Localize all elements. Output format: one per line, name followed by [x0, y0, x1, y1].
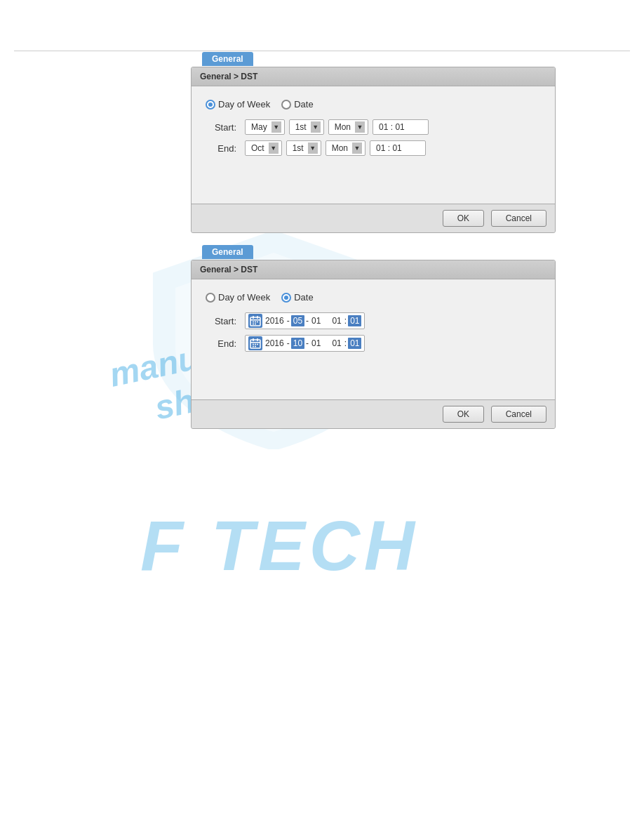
- svg-point-17: [255, 346, 256, 348]
- dialog-1-end-label: End:: [206, 143, 241, 154]
- dialog-1-end-weekday-value: Mon: [329, 143, 351, 153]
- dialog-2-radio-date-label: Date: [294, 292, 313, 303]
- dialog-1-end-month-value: Oct: [248, 143, 267, 153]
- dialog-2-cancel-button[interactable]: Cancel: [491, 406, 546, 423]
- dialog-2-end-label: End:: [206, 338, 241, 349]
- dialog-2-start-year: 2016: [264, 316, 286, 326]
- dialog-1-start-day-arrow[interactable]: ▼: [311, 121, 321, 133]
- dialog-2-end-calendar-icon[interactable]: [248, 336, 262, 350]
- dialog-2-start-row: Start: 2016: [206, 312, 541, 329]
- dialog-1-radio-row: Day of Week Date: [206, 99, 541, 110]
- svg-rect-2: [257, 316, 258, 319]
- svg-point-5: [255, 322, 256, 323]
- dialog-1-start-day-value: 1st: [293, 122, 309, 132]
- watermark-tech: F TECH: [140, 505, 419, 586]
- dialog-2-end-year: 2016: [264, 338, 286, 348]
- dialog-2-end-sep2: -: [306, 338, 309, 348]
- dialog-2: General General > DST Day of Week Date S…: [191, 260, 556, 429]
- dialog-2-radio-row: Day of Week Date: [206, 292, 541, 303]
- dialog-2-footer: OK Cancel: [192, 399, 555, 428]
- dialog-2-start-hour: 01: [330, 316, 342, 326]
- dialog-1-ok-button[interactable]: OK: [443, 210, 484, 227]
- dialog-1-end-time-field[interactable]: 01 : 01: [370, 140, 426, 156]
- dialog-1-cancel-button[interactable]: Cancel: [491, 210, 546, 227]
- svg-rect-1: [253, 316, 254, 319]
- svg-rect-3: [250, 319, 260, 321]
- svg-rect-12: [250, 342, 260, 343]
- dialog-1-end-row: End: Oct ▼ 1st ▼ Mon ▼ 01 : 01: [206, 140, 541, 156]
- dialog-1-tab[interactable]: General: [202, 52, 253, 66]
- dialog-2-end-date-group[interactable]: 2016 - 10 - 01 01 : 01: [245, 335, 365, 352]
- dialog-2-end-minute: 01: [348, 338, 361, 349]
- dialog-1-title-bar: General > DST: [192, 67, 555, 86]
- dialog-1-start-time-value: 01 : 01: [379, 122, 405, 132]
- dialog-1-end-day-value: 1st: [290, 143, 307, 153]
- svg-rect-11: [257, 338, 258, 341]
- svg-point-4: [253, 322, 254, 323]
- svg-point-6: [257, 322, 258, 323]
- dialog-2-end-day-num: 01: [310, 338, 322, 348]
- dialog-1-end-weekday-dropdown[interactable]: Mon ▼: [326, 140, 365, 156]
- dialog-1-start-label: Start:: [206, 122, 241, 133]
- dialog-2-end-month-num: 10: [291, 338, 304, 349]
- dialog-2-start-colon: :: [344, 316, 347, 326]
- svg-point-7: [253, 324, 254, 325]
- dialog-2-radio-day-of-week[interactable]: Day of Week: [206, 292, 270, 303]
- dialog-1-radio-day-of-week[interactable]: Day of Week: [206, 99, 270, 110]
- dialog-2-start-calendar-icon[interactable]: [248, 314, 262, 328]
- dialog-1-end-day-dropdown[interactable]: 1st ▼: [286, 140, 321, 156]
- dialog-1-start-day-dropdown[interactable]: 1st ▼: [289, 119, 324, 135]
- dialog-1-start-time-field[interactable]: 01 : 01: [373, 119, 429, 135]
- top-divider: [14, 51, 630, 51]
- dialog-1-radio-date-label: Date: [294, 99, 313, 110]
- dialog-2-end-hour: 01: [330, 338, 342, 348]
- dialog-2-radio-day-of-week-label: Day of Week: [218, 292, 270, 303]
- dialog-1-end-weekday-arrow[interactable]: ▼: [352, 143, 362, 154]
- dialog-1-radio-day-of-week-label: Day of Week: [218, 99, 270, 110]
- dialog-1-start-weekday-value: Mon: [332, 122, 354, 132]
- dialog-2-start-sep1: -: [287, 316, 290, 326]
- dialog-2-radio-date-circle[interactable]: [281, 293, 291, 303]
- dialog-2-start-month-num: 05: [291, 315, 304, 326]
- dialog-2-title: General > DST: [200, 265, 257, 274]
- dialog-1-title: General > DST: [200, 72, 257, 81]
- dialog-2-body: Day of Week Date Start:: [192, 279, 555, 399]
- svg-point-14: [255, 344, 256, 345]
- dialog-2-spacer: [206, 357, 541, 385]
- dialog-1-radio-day-of-week-circle[interactable]: [206, 100, 215, 110]
- dialog-1-spacer: [206, 161, 541, 190]
- dialog-2-end-sep1: -: [287, 338, 290, 348]
- svg-point-13: [253, 344, 254, 345]
- dialog-2-tab[interactable]: General: [202, 245, 253, 259]
- dialog-1-footer: OK Cancel: [192, 204, 555, 232]
- dialog-2-start-label: Start:: [206, 316, 241, 326]
- svg-rect-10: [253, 338, 254, 341]
- dialog-2-start-minute: 01: [348, 315, 361, 326]
- dialog-2-start-day-num: 01: [310, 316, 322, 326]
- dialog-2-start-sep2: -: [306, 316, 309, 326]
- svg-point-16: [253, 346, 254, 348]
- dialog-1-radio-date-circle[interactable]: [281, 100, 291, 110]
- dialog-1-end-month-dropdown[interactable]: Oct ▼: [245, 140, 282, 156]
- dialog-1-end-month-arrow[interactable]: ▼: [269, 143, 279, 154]
- dialog-1-end-day-arrow[interactable]: ▼: [308, 143, 318, 154]
- dialog-2-end-colon: :: [344, 338, 347, 348]
- svg-point-8: [255, 324, 256, 325]
- dialog-1-start-month-dropdown[interactable]: May ▼: [245, 119, 285, 135]
- dialog-2-end-row: End: 2016: [206, 335, 541, 352]
- dialog-1-start-row: Start: May ▼ 1st ▼ Mon ▼ 01 : 01: [206, 119, 541, 135]
- dialog-1-radio-date[interactable]: Date: [281, 99, 313, 110]
- dialog-1-start-weekday-dropdown[interactable]: Mon ▼: [328, 119, 368, 135]
- dialog-1-start-month-value: May: [248, 122, 270, 132]
- dialog-2-start-date-group[interactable]: 2016 - 05 - 01 01 : 01: [245, 312, 365, 329]
- dialog-2-radio-date[interactable]: Date: [281, 292, 313, 303]
- dialog-1-end-time-value: 01 : 01: [376, 143, 402, 153]
- dialog-1-start-month-arrow[interactable]: ▼: [271, 121, 281, 133]
- dialog-1-body: Day of Week Date Start: May ▼ 1st ▼ Mon: [192, 86, 555, 204]
- dialog-2-radio-day-of-week-circle[interactable]: [206, 293, 215, 303]
- svg-point-15: [257, 344, 258, 345]
- dialog-1-start-weekday-arrow[interactable]: ▼: [355, 121, 365, 133]
- dialog-2-ok-button[interactable]: OK: [443, 406, 484, 423]
- dialog-2-title-bar: General > DST: [192, 260, 555, 279]
- dialog-1: General General > DST Day of Week Date S…: [191, 67, 556, 233]
